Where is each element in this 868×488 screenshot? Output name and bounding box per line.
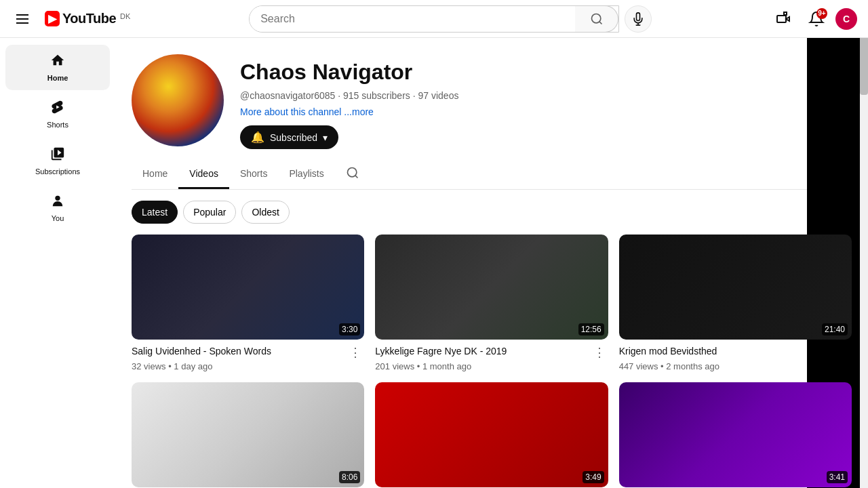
search-bar xyxy=(249,5,619,33)
search-area xyxy=(130,5,770,33)
youtube-logo-icon: ▶ xyxy=(45,11,60,26)
header-right: 9+ C xyxy=(770,5,857,33)
country-code: DK xyxy=(120,12,130,20)
sidebar: Home Shorts Subscriptions You xyxy=(0,38,115,488)
video-more-button[interactable]: ⋮ xyxy=(591,345,608,360)
video-thumbnail: 21:40 xyxy=(619,235,852,340)
filter-bar: Latest Popular Oldest xyxy=(115,190,868,235)
channel-subscribers: 915 subscribers xyxy=(343,90,410,101)
search-button[interactable] xyxy=(575,5,618,33)
tab-home[interactable]: Home xyxy=(132,160,178,189)
subscribe-button[interactable]: 🔔 Subscribed ▾ xyxy=(240,125,338,149)
home-icon xyxy=(50,53,65,71)
video-duration: 8:06 xyxy=(339,471,360,483)
video-thumbnail: 3:30 xyxy=(132,235,364,340)
site-header: ▶ YouTubeDK 9+ C xyxy=(0,0,868,38)
youtube-logo[interactable]: ▶ YouTubeDK xyxy=(45,11,130,26)
search-input[interactable] xyxy=(250,6,575,32)
channel-nav: Home Videos Shorts Playlists xyxy=(132,160,852,190)
youtube-logo-text: YouTube xyxy=(62,11,116,26)
channel-avatar-image xyxy=(132,54,224,146)
video-duration: 12:56 xyxy=(578,323,604,336)
search-channel-icon[interactable] xyxy=(340,161,365,188)
sidebar-you-label: You xyxy=(52,214,64,222)
svg-rect-3 xyxy=(777,16,786,22)
channel-video-count: 97 videos xyxy=(418,90,458,101)
sidebar-item-shorts[interactable]: Shorts xyxy=(5,92,110,137)
tab-videos[interactable]: Videos xyxy=(178,160,229,189)
create-button[interactable] xyxy=(770,5,797,33)
channel-header: Chaos Navigator @chaosnavigator6085 · 91… xyxy=(115,38,868,190)
channel-handle: @chaosnavigator6085 xyxy=(240,90,335,101)
filter-popular[interactable]: Popular xyxy=(183,201,236,224)
video-title: Krigen mod Bevidsthed xyxy=(619,345,831,359)
video-duration: 21:40 xyxy=(822,323,848,336)
svg-point-4 xyxy=(55,196,60,201)
video-title-row: Lykkelige Fagre Nye DK - 2019 ⋮ xyxy=(375,345,608,360)
channel-meta: @chaosnavigator6085 · 915 subscribers · … xyxy=(240,90,852,101)
video-duration: 3:49 xyxy=(583,471,604,483)
tab-playlists[interactable]: Playlists xyxy=(278,160,334,189)
filter-oldest[interactable]: Oldest xyxy=(241,201,289,224)
create-icon xyxy=(776,11,792,27)
sidebar-subscriptions-label: Subscriptions xyxy=(35,167,80,176)
video-title: Salig Uvidenhed - Spoken Words xyxy=(132,345,344,359)
video-thumbnail: 3:41 xyxy=(619,382,852,487)
channel-avatar xyxy=(132,54,224,146)
video-card-v5[interactable]: 3:49 Slam Poetry Performance 2. sep. 200… xyxy=(375,382,608,488)
scrollbar[interactable] xyxy=(860,0,868,488)
video-title: Lykkelige Fagre Nye DK - 2019 xyxy=(375,345,587,359)
video-card-v4[interactable]: 8:06 Kollektivt Koma Kaos - Poetry Perfo… xyxy=(132,382,364,488)
filter-latest[interactable]: Latest xyxy=(132,201,178,224)
video-duration: 3:30 xyxy=(339,323,360,336)
subscribe-label: Subscribed xyxy=(270,132,317,143)
video-card-v6[interactable]: 3:41 Stemningsbilleder Orgonite Oasis 20… xyxy=(619,382,852,488)
svg-point-0 xyxy=(591,14,600,22)
video-meta: 201 views • 1 month ago xyxy=(375,361,608,371)
video-duration: 3:41 xyxy=(827,471,848,483)
video-title-row: Salig Uvidenhed - Spoken Words ⋮ xyxy=(132,345,364,360)
sidebar-item-you[interactable]: You xyxy=(5,185,110,230)
sidebar-item-home[interactable]: Home xyxy=(5,45,110,90)
subscriptions-icon xyxy=(50,146,65,165)
channel-description: More about this channel ...more xyxy=(240,106,852,117)
channel-details: Chaos Navigator @chaosnavigator6085 · 91… xyxy=(240,54,852,149)
channel-name: Chaos Navigator xyxy=(240,60,852,85)
main-content: Chaos Navigator @chaosnavigator6085 · 91… xyxy=(115,38,868,488)
video-thumbnail: 8:06 xyxy=(132,382,364,487)
video-more-button[interactable]: ⋮ xyxy=(347,345,364,360)
search-icon xyxy=(590,12,604,26)
channel-more-link[interactable]: ...more xyxy=(344,106,374,117)
video-grid: 3:30 Salig Uvidenhed - Spoken Words ⋮ 32… xyxy=(115,235,868,488)
video-card-v1[interactable]: 3:30 Salig Uvidenhed - Spoken Words ⋮ 32… xyxy=(132,235,364,371)
sidebar-home-label: Home xyxy=(47,74,68,82)
avatar[interactable]: C xyxy=(835,8,857,30)
svg-point-5 xyxy=(347,168,356,177)
sidebar-shorts-label: Shorts xyxy=(47,121,68,129)
channel-info: Chaos Navigator @chaosnavigator6085 · 91… xyxy=(132,54,852,149)
mic-button[interactable] xyxy=(625,5,652,33)
you-icon xyxy=(50,193,65,211)
video-card-v2[interactable]: 12:56 Lykkelige Fagre Nye DK - 2019 ⋮ 20… xyxy=(375,235,608,371)
video-thumbnail: 3:49 xyxy=(375,382,608,487)
video-thumbnail: 12:56 xyxy=(375,235,608,340)
notifications-button[interactable]: 9+ xyxy=(803,5,830,33)
chevron-down-icon: ▾ xyxy=(323,132,328,143)
hamburger-button[interactable] xyxy=(11,9,34,29)
sidebar-item-subscriptions[interactable]: Subscriptions xyxy=(5,138,110,184)
tab-shorts[interactable]: Shorts xyxy=(229,160,278,189)
bell-icon: 🔔 xyxy=(251,131,264,144)
video-meta: 32 views • 1 day ago xyxy=(132,361,364,371)
shorts-icon xyxy=(50,100,65,118)
mic-icon xyxy=(631,12,645,26)
notification-badge: 9+ xyxy=(816,8,827,19)
